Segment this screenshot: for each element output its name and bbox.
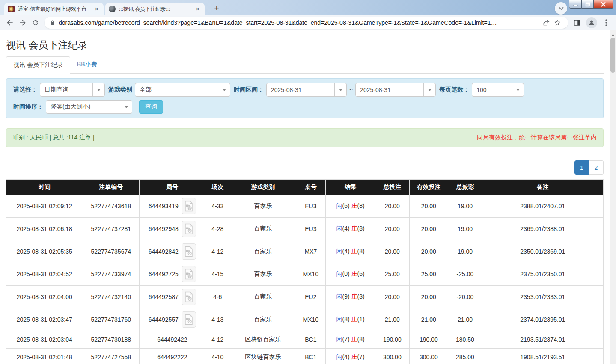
cell-bet-time: 2025-08-31 02:01:48	[6, 349, 83, 364]
cell-total-bet[interactable]: 300.00	[375, 349, 410, 364]
cell-remark: 2374.01/2395.01	[482, 308, 603, 331]
browser-tab-tongbao[interactable]: 通宝-信誉最好的网上游戏平台 ×	[4, 3, 104, 15]
cell-valid-bet: 20.00	[409, 218, 448, 240]
cell-result: 闲(4) 庄(7)	[326, 349, 375, 364]
video-replay-button[interactable]	[182, 198, 196, 214]
video-replay-icon	[185, 246, 193, 257]
cell-bet-time: 2025-08-31 02:04:00	[6, 286, 83, 308]
bet-records-table: 时间注单编号局号场次游戏类别桌号结果总投注有效投注总派彩备注 2025-08-3…	[6, 179, 604, 364]
forward-button[interactable]	[16, 16, 29, 29]
table-body: 2025-08-31 02:09:12522774743618644493419…	[6, 195, 604, 364]
cell-bet-number: 522774737281	[83, 218, 140, 240]
page-scrollbar[interactable]	[610, 30, 616, 364]
page-button-1[interactable]: 1	[574, 160, 589, 175]
table-row: 2025-08-31 02:03:04522774730188644492422…	[6, 331, 604, 349]
banker-result: 庄	[351, 225, 357, 232]
valid-bet-notice: 同局有效投注，统一计算在该局第一张注单内	[477, 134, 597, 142]
back-button[interactable]	[3, 16, 16, 29]
cell-table-number: MX10	[296, 308, 326, 331]
page-button-2[interactable]: 2	[589, 160, 604, 175]
banker-value: (1)	[357, 316, 365, 323]
cell-round-number: 644492948	[140, 218, 205, 240]
share-button[interactable]	[541, 17, 552, 28]
cell-bet-number: 522774733974	[83, 263, 140, 286]
minimize-button[interactable]	[569, 0, 582, 9]
sort-select[interactable]: 降幂(由大到小)	[46, 100, 132, 114]
browser-tab-betrecord[interactable]: :::视讯 会员下注纪录::: ×	[105, 3, 205, 15]
cell-session: 4-13	[205, 308, 230, 331]
banker-value: (3)	[357, 293, 365, 300]
round-number: 644492842	[149, 248, 179, 255]
cell-result: 闲(9) 庄(3)	[326, 286, 375, 308]
table-row: 2025-08-31 02:05:35522774735674644492842…	[6, 240, 604, 263]
cell-total-bet[interactable]: 20.00	[375, 286, 410, 308]
restore-icon	[585, 2, 590, 7]
share-icon	[542, 19, 551, 26]
tab-bb-tip[interactable]: BB小费	[70, 56, 104, 74]
page-size-label: 每页笔数：	[439, 86, 469, 94]
forward-arrow-icon	[18, 18, 27, 27]
cell-game-type: 百家乐	[230, 195, 296, 218]
profile-button[interactable]	[586, 17, 597, 28]
cell-total-bet[interactable]: 20.00	[375, 218, 410, 240]
video-replay-button[interactable]	[182, 221, 196, 237]
query-mode-select[interactable]: 日期查询	[40, 83, 105, 97]
close-icon[interactable]: ×	[93, 6, 100, 12]
round-number: 644492948	[149, 225, 179, 232]
cell-session: 4-6	[205, 286, 230, 308]
round-number: 644492422	[157, 336, 187, 343]
close-window-button[interactable]	[594, 0, 613, 9]
cell-result: 闲(7) 庄(8)	[326, 331, 375, 349]
player-value: (4)	[342, 353, 351, 360]
game-type-select[interactable]: 全部	[135, 83, 230, 97]
video-replay-button[interactable]	[182, 311, 196, 328]
round-number: 644492725	[149, 271, 179, 278]
restore-button[interactable]	[582, 0, 594, 9]
date-end-select[interactable]: 2025-08-31	[355, 83, 436, 97]
player-result: 闲	[336, 225, 342, 232]
browser-menu-button[interactable]	[600, 16, 613, 29]
select-caret-icon	[218, 83, 230, 96]
star-icon	[554, 19, 561, 27]
table-row: 2025-08-31 02:03:47522774731760644492557…	[6, 308, 604, 331]
video-replay-button[interactable]	[182, 289, 196, 305]
address-bar[interactable]: dorasabs.com/game/betrecord_search/kind3…	[45, 17, 568, 29]
side-panel-button[interactable]	[571, 16, 583, 29]
select-caret-icon	[334, 83, 346, 96]
cell-total-bet[interactable]: 21.00	[375, 308, 410, 331]
search-button[interactable]: 查询	[139, 100, 163, 114]
cell-total-bet[interactable]: 20.00	[375, 240, 410, 263]
close-icon[interactable]: ×	[194, 6, 201, 12]
scrollbar-thumb[interactable]	[610, 38, 615, 73]
browser-toolbar: dorasabs.com/game/betrecord_search/kind3…	[0, 15, 616, 30]
video-replay-button[interactable]	[182, 266, 196, 282]
round-number: 644492587	[149, 293, 179, 300]
cell-remark: 1908.51/2193.51	[482, 349, 603, 364]
cell-bet-number: 522774732140	[83, 286, 140, 308]
cell-bet-number: 522774730188	[83, 331, 140, 349]
video-replay-button[interactable]	[182, 243, 196, 260]
banker-result: 庄	[351, 270, 357, 277]
cell-total-bet[interactable]: 25.00	[375, 263, 410, 286]
cell-result: 闲(8) 庄(1)	[326, 308, 375, 331]
cell-total-bet[interactable]: 20.00	[375, 195, 410, 218]
url-text: dorasabs.com/game/betrecord_search/kind3…	[59, 19, 541, 26]
cell-game-type: 百家乐	[230, 240, 296, 263]
cell-total-bet[interactable]: 190.00	[375, 331, 410, 349]
new-tab-button[interactable]: +	[211, 2, 223, 14]
cell-result: 闲(0) 庄(6)	[326, 263, 375, 286]
reload-button[interactable]	[29, 16, 42, 29]
tab-betrecord[interactable]: 视讯 会员下注纪录	[6, 56, 70, 74]
bookmark-button[interactable]	[552, 17, 563, 28]
video-replay-icon	[185, 201, 193, 212]
table-row: 2025-08-31 02:04:52522774733974644492725…	[6, 263, 604, 286]
tab-search-button[interactable]	[555, 2, 567, 15]
cell-bet-time: 2025-08-31 02:06:18	[6, 218, 83, 240]
column-header: 场次	[205, 180, 230, 195]
sort-label: 时间排序：	[13, 103, 43, 111]
lock-icon	[50, 20, 55, 26]
page-size-select[interactable]: 100	[472, 83, 524, 97]
date-start-select[interactable]: 2025-08-31	[266, 83, 347, 97]
scroll-up-icon[interactable]	[611, 32, 615, 36]
cell-valid-bet: 20.00	[409, 195, 448, 218]
